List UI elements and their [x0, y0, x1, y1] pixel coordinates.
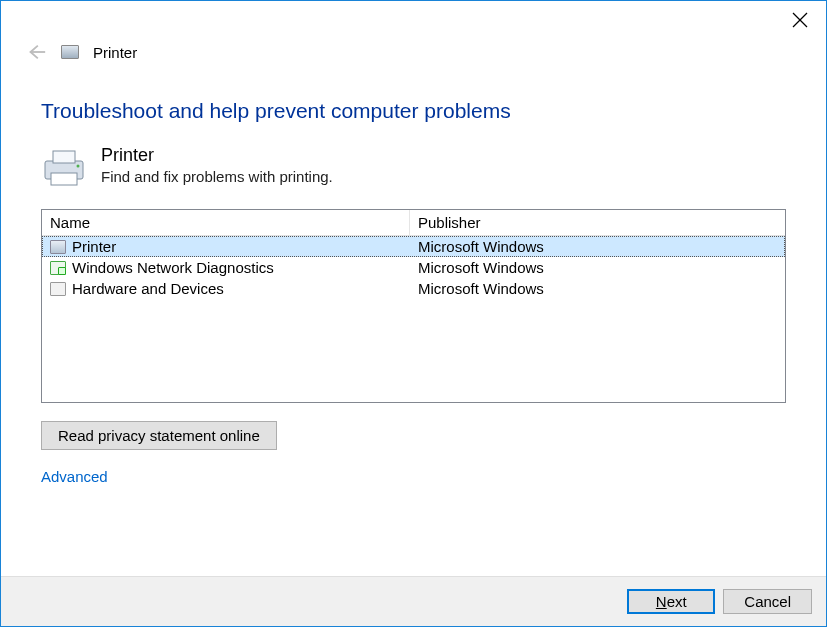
section-title: Printer	[101, 145, 333, 166]
list-item-name: Hardware and Devices	[72, 280, 224, 297]
svg-point-6	[77, 165, 80, 168]
printer-icon	[41, 147, 87, 187]
back-icon[interactable]	[25, 41, 47, 63]
list-item-publisher: Microsoft Windows	[410, 279, 785, 298]
list-item-publisher: Microsoft Windows	[410, 258, 785, 277]
list-header: Name Publisher	[42, 210, 785, 236]
printer-small-icon	[61, 45, 79, 59]
section-subtitle: Find and fix problems with printing.	[101, 168, 333, 185]
hw-icon	[50, 282, 66, 296]
troubleshooter-header: Printer Find and fix problems with print…	[41, 145, 786, 187]
list-item[interactable]: Windows Network DiagnosticsMicrosoft Win…	[42, 257, 785, 278]
printer-icon	[50, 240, 66, 254]
content-area: Troubleshoot and help prevent computer p…	[1, 71, 826, 576]
list-item-name: Printer	[72, 238, 116, 255]
titlebar	[1, 1, 826, 39]
next-button[interactable]: Next	[627, 589, 715, 614]
footer: Next Cancel	[1, 576, 826, 626]
close-icon[interactable]	[792, 12, 808, 28]
breadcrumb: Printer	[1, 39, 826, 71]
net-icon	[50, 261, 66, 275]
svg-rect-4	[53, 151, 75, 163]
troubleshooter-list[interactable]: Name Publisher PrinterMicrosoft WindowsW…	[41, 209, 786, 403]
column-publisher[interactable]: Publisher	[410, 210, 785, 235]
privacy-statement-button[interactable]: Read privacy statement online	[41, 421, 277, 450]
breadcrumb-title: Printer	[93, 44, 137, 61]
list-item-publisher: Microsoft Windows	[410, 237, 785, 256]
list-item[interactable]: Hardware and DevicesMicrosoft Windows	[42, 278, 785, 299]
column-name[interactable]: Name	[42, 210, 410, 235]
advanced-link[interactable]: Advanced	[41, 468, 108, 485]
svg-rect-5	[51, 173, 77, 185]
cancel-button[interactable]: Cancel	[723, 589, 812, 614]
list-item[interactable]: PrinterMicrosoft Windows	[42, 236, 785, 257]
page-title: Troubleshoot and help prevent computer p…	[41, 99, 786, 123]
troubleshooter-window: Printer Troubleshoot and help prevent co…	[0, 0, 827, 627]
list-item-name: Windows Network Diagnostics	[72, 259, 274, 276]
